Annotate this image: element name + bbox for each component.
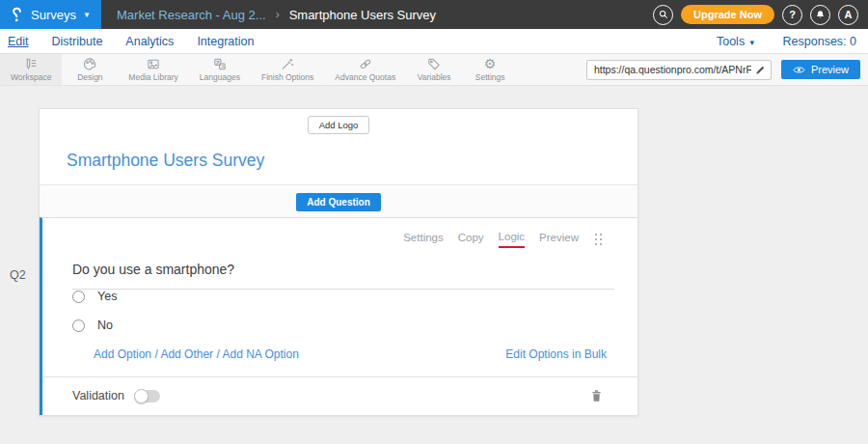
question-actions: Settings Copy Logic Preview xyxy=(42,218,637,248)
question-tab-settings[interactable]: Settings xyxy=(403,232,444,247)
edit-options-in-bulk-link[interactable]: Edit Options in Bulk xyxy=(505,347,607,361)
edit-toolbar: Workspace Design Media Library A xyxy=(0,54,868,86)
quotas-link-icon xyxy=(358,57,373,71)
product-label: Surveys xyxy=(31,8,76,22)
question-tab-copy[interactable]: Copy xyxy=(458,232,484,247)
tool-tab-finish-options[interactable]: Finish Options xyxy=(251,54,324,85)
tool-tab-advance-quotas[interactable]: Advance Quotas xyxy=(324,54,406,85)
avatar[interactable]: A xyxy=(838,5,858,25)
tools-menu[interactable]: Tools ▼ xyxy=(717,35,756,48)
bell-icon xyxy=(815,10,826,20)
option-label-no[interactable]: No xyxy=(97,319,113,332)
chevron-down-icon: ▼ xyxy=(748,39,756,47)
question-tab-preview[interactable]: Preview xyxy=(539,232,579,247)
tab-integration[interactable]: Integration xyxy=(197,35,254,48)
media-image-icon xyxy=(146,57,161,71)
help-button[interactable]: ? xyxy=(782,5,802,25)
add-question-band: Add Question xyxy=(40,184,637,217)
tab-distribute[interactable]: Distribute xyxy=(52,35,103,48)
tab-analytics[interactable]: Analytics xyxy=(125,35,174,48)
subnav: Edit Distribute Analytics Integration To… xyxy=(0,29,868,54)
tool-tab-design[interactable]: Design xyxy=(62,54,118,85)
option-row-yes: Yes xyxy=(72,290,637,303)
tool-tab-variables[interactable]: Variables xyxy=(406,54,462,85)
variables-tag-icon xyxy=(426,57,442,71)
option-links-row: Add Option / Add Other / Add NA Option E… xyxy=(94,347,607,361)
validation-row: Validation xyxy=(42,376,637,415)
question-tab-logic[interactable]: Logic xyxy=(499,231,526,248)
search-icon xyxy=(658,9,669,20)
notifications-button[interactable] xyxy=(810,5,830,25)
topbar: Surveys ▼ Market Research - Aug 2... › S… xyxy=(0,0,868,29)
chevron-down-icon: ▼ xyxy=(83,11,91,19)
validation-toggle[interactable] xyxy=(134,390,160,402)
svg-text:A: A xyxy=(221,64,225,69)
link-separator: / xyxy=(154,347,157,361)
tool-tab-settings[interactable]: ⚙ Settings xyxy=(462,54,518,85)
add-logo-button[interactable]: Add Logo xyxy=(308,116,370,134)
survey-card: Add Logo Smartphone Users Survey Add Que… xyxy=(39,108,638,416)
breadcrumb-separator-icon: › xyxy=(276,8,280,21)
survey-url-input[interactable] xyxy=(587,64,755,75)
breadcrumb-current: Smartphone Users Survey xyxy=(289,8,436,22)
delete-question-trash-icon[interactable] xyxy=(590,389,603,402)
tool-tab-media-library[interactable]: Media Library xyxy=(118,54,189,85)
questionpro-logo-icon xyxy=(10,7,24,23)
edit-url-pencil-icon[interactable] xyxy=(755,65,766,75)
question-card: Settings Copy Logic Preview Do you use a… xyxy=(40,217,637,415)
add-question-button-top[interactable]: Add Question xyxy=(296,193,381,211)
radio-no[interactable] xyxy=(72,319,85,332)
question-number: Q2 xyxy=(10,268,26,282)
topbar-actions: Upgrade Now ? A xyxy=(653,5,868,25)
responses-count[interactable]: Responses: 0 xyxy=(783,35,856,48)
preview-button[interactable]: Preview xyxy=(781,60,860,79)
survey-canvas: Q2 Add Logo Smartphone Users Survey Add … xyxy=(0,108,868,444)
drag-handle-icon[interactable] xyxy=(595,234,603,246)
finish-wand-icon xyxy=(280,57,295,71)
add-na-option-link[interactable]: Add NA Option xyxy=(222,347,298,361)
breadcrumb-folder[interactable]: Market Research - Aug 2... xyxy=(117,8,266,22)
settings-gear-icon: ⚙ xyxy=(484,57,497,71)
languages-translate-icon: A xyxy=(212,57,228,71)
survey-title[interactable]: Smartphone Users Survey xyxy=(67,151,637,171)
surveys-menu[interactable]: Surveys ▼ xyxy=(0,0,101,29)
design-palette-icon xyxy=(82,57,97,71)
add-option-link[interactable]: Add Option xyxy=(94,347,151,361)
question-text[interactable]: Do you use a smartphone? xyxy=(72,262,614,290)
tab-edit[interactable]: Edit xyxy=(8,35,29,48)
option-label-yes[interactable]: Yes xyxy=(97,290,117,303)
link-separator: / xyxy=(216,347,219,361)
upgrade-now-button[interactable]: Upgrade Now xyxy=(681,5,774,24)
breadcrumb: Market Research - Aug 2... › Smartphone … xyxy=(117,8,436,22)
tool-tab-languages[interactable]: A Languages xyxy=(189,54,251,85)
option-row-no: No xyxy=(72,319,637,332)
tool-tab-workspace[interactable]: Workspace xyxy=(0,54,62,85)
search-button[interactable] xyxy=(653,5,673,25)
add-other-link[interactable]: Add Other xyxy=(160,347,213,361)
validation-label: Validation xyxy=(72,389,124,402)
survey-url-box xyxy=(586,60,772,80)
radio-yes[interactable] xyxy=(72,291,85,303)
eye-icon xyxy=(793,66,805,74)
workspace-icon xyxy=(23,57,39,71)
